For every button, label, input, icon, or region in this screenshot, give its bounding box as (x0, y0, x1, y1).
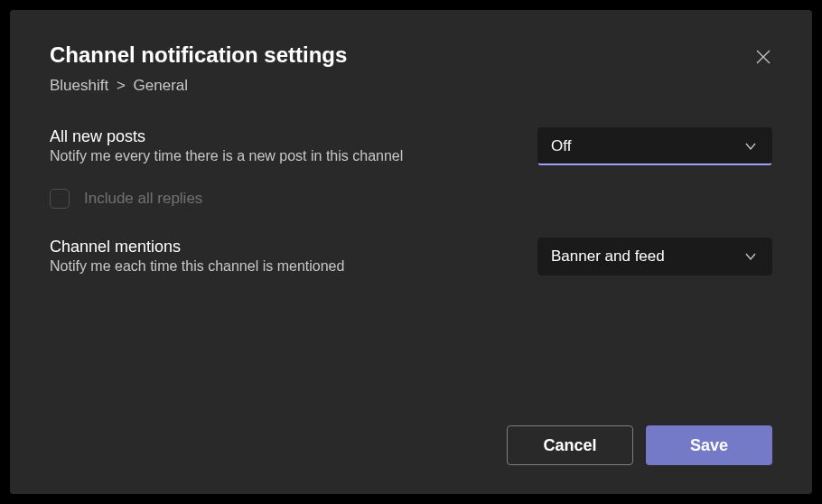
cancel-button[interactable]: Cancel (507, 425, 633, 465)
close-button[interactable] (751, 46, 776, 71)
breadcrumb-team: Blueshift (50, 77, 108, 94)
all-new-posts-row: All new posts Notify me every time there… (50, 127, 772, 165)
close-icon (756, 50, 771, 68)
channel-mentions-text: Channel mentions Notify me each time thi… (50, 238, 537, 275)
save-button[interactable]: Save (646, 425, 772, 465)
notification-settings-dialog: Channel notification settings Blueshift … (10, 10, 812, 494)
include-replies-label: Include all replies (84, 190, 202, 208)
all-new-posts-value: Off (551, 137, 571, 155)
channel-mentions-label: Channel mentions (50, 238, 501, 257)
channel-mentions-value: Banner and feed (551, 247, 665, 266)
dialog-title: Channel notification settings (50, 42, 772, 68)
include-replies-checkbox[interactable] (50, 189, 70, 209)
all-new-posts-text: All new posts Notify me every time there… (50, 127, 537, 164)
channel-mentions-description: Notify me each time this channel is ment… (50, 258, 501, 275)
include-replies-row: Include all replies (50, 189, 772, 209)
chevron-down-icon (743, 251, 759, 262)
dialog-footer: Cancel Save (50, 425, 772, 465)
all-new-posts-label: All new posts (50, 127, 501, 146)
all-new-posts-description: Notify me every time there is a new post… (50, 148, 501, 164)
channel-mentions-row: Channel mentions Notify me each time thi… (50, 238, 772, 275)
channel-mentions-dropdown[interactable]: Banner and feed (537, 238, 772, 275)
breadcrumb: Blueshift > General (50, 77, 772, 95)
breadcrumb-separator: > (117, 77, 126, 94)
breadcrumb-channel: General (134, 77, 188, 94)
chevron-down-icon (743, 141, 759, 152)
all-new-posts-dropdown[interactable]: Off (537, 127, 772, 165)
